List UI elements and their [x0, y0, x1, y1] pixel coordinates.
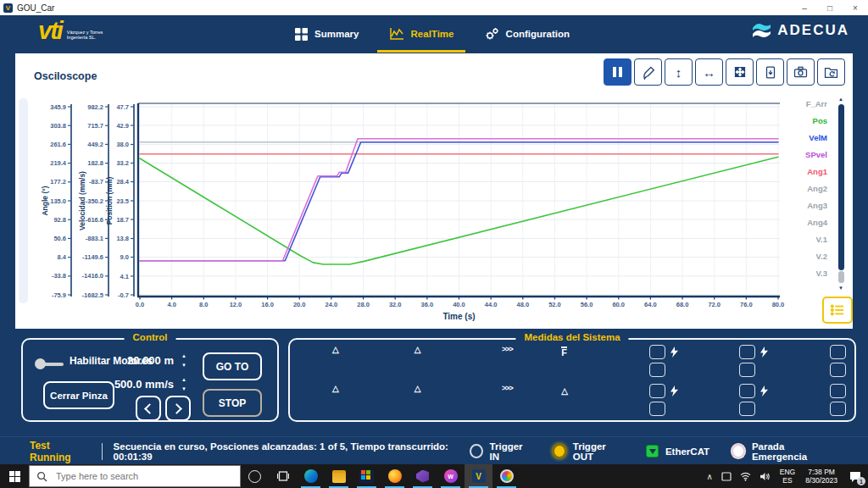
- maximize-button[interactable]: □: [817, 0, 843, 15]
- tab-realtime[interactable]: RealTime: [382, 15, 461, 53]
- divider: [102, 443, 103, 460]
- axis-tick-label: -1149.6: [82, 253, 103, 261]
- jog-left-button[interactable]: [136, 396, 161, 421]
- indicator-Trigger OUT: Trigger OUT: [553, 441, 624, 462]
- position-stepper[interactable]: ▲▼: [179, 353, 189, 369]
- goto-button[interactable]: GO TO: [203, 352, 262, 380]
- measurements-column: [669, 345, 756, 416]
- legend-item-Ang3[interactable]: Ang3: [773, 197, 827, 214]
- x-tick-label: 40.0: [453, 301, 465, 308]
- taskbar-paint-button[interactable]: [492, 464, 520, 488]
- target-position-value[interactable]: 20.000 m: [106, 354, 174, 367]
- tab-configuration[interactable]: Configuration: [477, 15, 576, 53]
- legend-item-Ang2[interactable]: Ang2: [773, 180, 827, 197]
- legend-item-Ang1[interactable]: Ang1: [773, 164, 827, 180]
- tab-realtime-label: RealTime: [411, 29, 454, 39]
- speaker-icon[interactable]: [760, 472, 771, 481]
- oscilloscope-panel: Osciloscope 345.9303.8261.6219.4177.2135…: [0, 53, 868, 330]
- tablet-icon[interactable]: [721, 472, 732, 481]
- legend-item-SPvel[interactable]: SPvel: [773, 147, 827, 164]
- vertical-scale-button[interactable]: ↕: [665, 58, 693, 86]
- jog-right-button[interactable]: [165, 396, 191, 421]
- zero-button[interactable]: [830, 384, 846, 398]
- axis-tick-label: 23.5: [116, 197, 129, 205]
- search-input[interactable]: [54, 470, 210, 482]
- taskbar-vscode-button[interactable]: [409, 464, 437, 488]
- zero-button[interactable]: [830, 345, 846, 359]
- legend-item-V.1[interactable]: V.1: [773, 231, 827, 248]
- legend-scroll-thumb[interactable]: [838, 104, 844, 270]
- reset-button[interactable]: [649, 363, 665, 377]
- speed-stepper[interactable]: ▲▼: [179, 377, 189, 392]
- indicator-label: Parada Emergencia: [752, 441, 834, 462]
- legend-item-F_Arr[interactable]: F_Arr: [773, 96, 827, 113]
- tab-summary-label: Summary: [314, 29, 359, 39]
- reset-button[interactable]: [739, 402, 755, 416]
- reset-button[interactable]: [830, 363, 846, 377]
- system-tray: ∧ ENG ES 7:38 PM 8/30/2023: [702, 464, 868, 488]
- target-speed-value[interactable]: 500.0 mm/s: [106, 378, 174, 391]
- taskbar-explorer-button[interactable]: [325, 464, 353, 488]
- horizontal-scale-button[interactable]: ↔: [695, 58, 723, 86]
- axis-tick-label: -0.7: [118, 291, 129, 299]
- channel-list-button[interactable]: [822, 297, 853, 324]
- brush-icon: [640, 64, 656, 80]
- chart-toolbar: ↕ ↔: [604, 58, 845, 86]
- zero-button[interactable]: [739, 384, 755, 398]
- close-button[interactable]: ×: [843, 0, 868, 15]
- lightning-icon: [670, 385, 678, 396]
- zero-button[interactable]: [649, 345, 665, 359]
- taskbar-search[interactable]: [29, 465, 241, 487]
- scroll-up-icon[interactable]: ▲: [838, 96, 843, 103]
- x-tick-label: 80.0: [772, 301, 785, 308]
- axis-tick-label: 8.4: [58, 253, 67, 261]
- statusbar: Test Running Secuencia en curso, Poscion…: [0, 436, 868, 465]
- export-report-button[interactable]: [756, 58, 784, 86]
- taskbar-taskview-button[interactable]: [269, 464, 297, 488]
- language-indicator[interactable]: ENG ES: [780, 468, 795, 485]
- legend-item-V.2[interactable]: V.2: [773, 248, 827, 265]
- taskbar-store-button[interactable]: [353, 464, 381, 488]
- oscilloscope-chart[interactable]: 345.9303.8261.6219.4177.2135.092.850.68.…: [0, 53, 868, 330]
- legend-item-Pos[interactable]: Pos: [773, 113, 827, 130]
- toggle-knob[interactable]: [35, 358, 46, 369]
- taskbar-vti-app-button[interactable]: V: [465, 464, 492, 488]
- action-center-button[interactable]: 1: [843, 464, 868, 488]
- taskbar-firefox-button[interactable]: [381, 464, 409, 488]
- tab-summary[interactable]: Summary: [288, 15, 365, 53]
- x-tick-label: 76.0: [740, 301, 753, 308]
- legend-item-Ang4[interactable]: Ang4: [773, 214, 827, 231]
- reset-button[interactable]: [830, 402, 846, 416]
- measurements-column: △△: [381, 345, 459, 416]
- scroll-down-icon[interactable]: ▼: [838, 285, 843, 291]
- legend-item-VelM[interactable]: VelM: [773, 130, 827, 147]
- file-explorer-icon: [332, 470, 346, 483]
- expand-button[interactable]: [726, 58, 754, 86]
- reset-button[interactable]: [649, 402, 665, 416]
- enable-motors-toggle[interactable]: [35, 358, 64, 370]
- axis-tick-label: -1682.5: [82, 291, 103, 299]
- stop-button[interactable]: STOP: [203, 389, 262, 417]
- legend-item-V.3[interactable]: V.3: [773, 265, 827, 282]
- start-button[interactable]: [0, 464, 29, 488]
- zero-button[interactable]: [649, 384, 665, 398]
- taskbar-cortana-button[interactable]: [241, 464, 269, 488]
- snapshot-button[interactable]: [787, 58, 815, 86]
- minimize-button[interactable]: –: [792, 0, 817, 15]
- close-gripper-button[interactable]: Cerrar Pinza: [43, 381, 114, 409]
- wifi-icon[interactable]: [740, 472, 751, 481]
- open-records-button[interactable]: [817, 58, 845, 86]
- control-panel-title: Control: [125, 332, 176, 342]
- measurement-Posición: >>>: [463, 345, 557, 377]
- clock[interactable]: 7:38 PM 8/30/2023: [805, 468, 837, 485]
- taskbar-edge-button[interactable]: [297, 464, 325, 488]
- legend-scrollbar[interactable]: ▲ ▼: [836, 96, 846, 297]
- zero-button[interactable]: [739, 345, 755, 359]
- tray-expand-icon[interactable]: ∧: [706, 472, 712, 481]
- pause-button[interactable]: [604, 58, 632, 86]
- taskbar-webstorm-button[interactable]: W: [437, 464, 465, 488]
- vti-logo: vti Vázquez y Torres Ingeniería SL.: [38, 17, 103, 45]
- measurement-Ángulo B1: △: [381, 345, 459, 377]
- clear-button[interactable]: [634, 58, 662, 86]
- reset-button[interactable]: [739, 363, 755, 377]
